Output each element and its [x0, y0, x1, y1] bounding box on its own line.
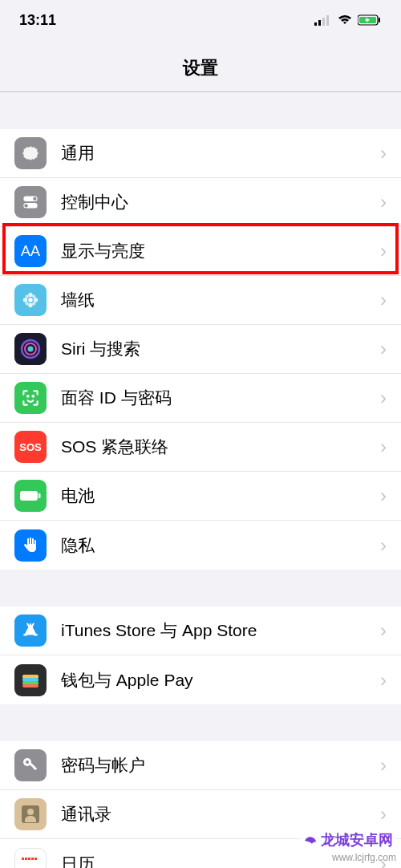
chevron-right-icon: ›: [380, 436, 387, 458]
chevron-right-icon: ›: [380, 754, 387, 777]
svg-point-22: [28, 347, 34, 352]
gear-icon: [14, 137, 47, 169]
svg-rect-30: [22, 684, 38, 688]
status-time: 13:11: [19, 12, 56, 29]
row-label: Siri 与搜索: [61, 338, 380, 360]
svg-point-17: [32, 295, 35, 298]
calendar-icon: [14, 848, 47, 869]
chevron-right-icon: ›: [380, 669, 387, 692]
row-siri-search[interactable]: Siri 与搜索 ›: [0, 325, 401, 374]
status-icons: [314, 14, 382, 26]
signal-icon: [314, 14, 332, 26]
row-label: 电池: [61, 485, 380, 507]
wallet-icon: [14, 664, 47, 696]
chevron-right-icon: ›: [380, 142, 387, 164]
page-title: 设置: [0, 56, 401, 80]
row-label: 面容 ID 与密码: [61, 387, 380, 409]
wifi-icon: [337, 14, 353, 26]
hand-icon: [14, 529, 47, 562]
row-display-brightness[interactable]: AA 显示与亮度 ›: [0, 227, 401, 276]
row-privacy[interactable]: 隐私 ›: [0, 521, 401, 570]
svg-rect-2: [322, 18, 325, 26]
chevron-right-icon: ›: [380, 338, 387, 360]
svg-point-8: [33, 197, 36, 201]
row-faceid-passcode[interactable]: 面容 ID 与密码 ›: [0, 374, 401, 423]
contacts-icon: [14, 798, 47, 830]
svg-rect-37: [22, 858, 24, 860]
svg-rect-39: [28, 858, 30, 860]
row-label: 通讯录: [61, 803, 380, 825]
row-battery[interactable]: 电池 ›: [0, 472, 401, 521]
svg-rect-41: [34, 858, 37, 860]
svg-point-16: [26, 295, 29, 298]
faceid-icon: [14, 382, 47, 414]
row-label: 密码与帐户: [61, 754, 380, 777]
watermark: 龙城安卓网 www.lcjrfg.com: [298, 829, 396, 863]
chevron-right-icon: ›: [380, 191, 387, 213]
row-label: 墙纸: [61, 289, 380, 311]
chevron-right-icon: ›: [380, 534, 387, 557]
row-control-center[interactable]: 控制中心 ›: [0, 178, 401, 227]
row-wallpaper[interactable]: 墙纸 ›: [0, 276, 401, 325]
row-label: 隐私: [61, 534, 380, 557]
chevron-right-icon: ›: [380, 289, 387, 311]
row-wallet-applepay[interactable]: 钱包与 Apple Pay ›: [0, 655, 401, 704]
svg-rect-1: [318, 20, 321, 26]
svg-point-15: [34, 298, 38, 302]
row-passwords-accounts[interactable]: 密码与帐户 ›: [0, 741, 401, 790]
row-label: 显示与亮度: [61, 240, 380, 262]
row-label: iTunes Store 与 App Store: [61, 619, 380, 642]
row-sos[interactable]: SOS SOS 紧急联络 ›: [0, 423, 401, 472]
row-label: 通用: [61, 142, 380, 164]
row-general[interactable]: 通用 ›: [0, 129, 401, 178]
row-itunes-appstore[interactable]: iTunes Store 与 App Store ›: [0, 606, 401, 655]
dragon-icon: [302, 831, 321, 850]
page-header: 设置: [0, 40, 401, 91]
svg-point-14: [23, 298, 27, 302]
toggle-icon: [14, 186, 47, 218]
svg-rect-40: [31, 858, 34, 860]
svg-rect-0: [314, 22, 317, 26]
svg-rect-38: [25, 858, 27, 860]
settings-group-2: iTunes Store 与 App Store › 钱包与 Apple Pay…: [0, 606, 401, 704]
key-icon: [14, 749, 47, 781]
siri-icon: [14, 333, 47, 365]
svg-point-24: [32, 395, 34, 397]
svg-rect-3: [326, 15, 329, 26]
svg-point-18: [26, 302, 29, 305]
svg-rect-26: [38, 493, 41, 498]
chevron-right-icon: ›: [380, 619, 387, 642]
svg-point-36: [27, 809, 34, 815]
row-label: SOS 紧急联络: [61, 436, 380, 458]
svg-point-13: [28, 303, 32, 307]
svg-point-19: [32, 302, 35, 305]
row-label: 钱包与 Apple Pay: [61, 669, 380, 692]
battery-icon: [358, 14, 382, 26]
chevron-right-icon: ›: [380, 485, 387, 507]
chevron-right-icon: ›: [380, 803, 387, 825]
appstore-icon: [14, 614, 47, 647]
sos-icon: SOS: [14, 431, 47, 463]
svg-point-12: [28, 293, 32, 297]
svg-rect-6: [379, 18, 380, 22]
battery-icon: [14, 480, 47, 512]
svg-point-32: [26, 761, 29, 764]
flower-icon: [14, 284, 47, 316]
chevron-right-icon: ›: [380, 387, 387, 409]
svg-point-10: [24, 204, 27, 207]
row-label: 控制中心: [61, 191, 380, 213]
svg-point-23: [27, 395, 29, 397]
chevron-right-icon: ›: [380, 240, 387, 262]
text-size-icon: AA: [14, 235, 47, 267]
settings-group-1: 通用 › 控制中心 › AA 显示与亮度 › 墙纸 › Siri 与搜索 › 面…: [0, 129, 401, 570]
svg-rect-25: [20, 491, 38, 501]
status-bar: 13:11: [0, 0, 401, 40]
svg-point-11: [28, 298, 32, 302]
